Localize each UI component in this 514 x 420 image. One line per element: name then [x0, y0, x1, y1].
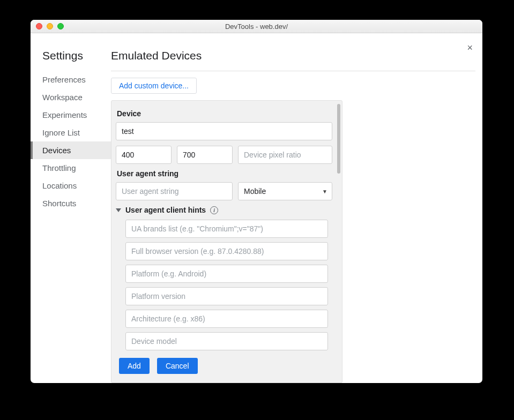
disclosure-triangle-icon[interactable] — [116, 208, 121, 212]
chevron-down-icon: ▼ — [322, 189, 327, 194]
divider — [111, 71, 475, 71]
device-width-input[interactable] — [116, 146, 172, 164]
devtools-window: DevTools - web.dev/ × Settings Preferenc… — [31, 20, 482, 383]
platform-input[interactable] — [125, 265, 328, 283]
architecture-input[interactable] — [125, 310, 328, 328]
device-height-input[interactable] — [177, 146, 233, 164]
client-hints-header: User agent client hints i — [116, 206, 342, 214]
settings-main: Emulated Devices Add custom device... De… — [111, 33, 482, 383]
device-dpr-input[interactable] — [238, 146, 332, 164]
device-name-input[interactable] — [116, 122, 332, 140]
add-custom-device-button[interactable]: Add custom device... — [111, 78, 197, 94]
sidebar-item-locations[interactable]: Locations — [31, 177, 111, 194]
ua-type-select[interactable]: Mobile ▼ — [238, 182, 332, 200]
sidebar-item-preferences[interactable]: Preferences — [31, 71, 111, 88]
user-agent-input[interactable] — [116, 182, 233, 200]
sidebar-item-devices[interactable]: Devices — [31, 141, 111, 159]
settings-content: × Settings Preferences Workspace Experim… — [31, 33, 482, 383]
scrollbar-thumb[interactable] — [337, 104, 340, 174]
client-hints-label: User agent client hints — [125, 206, 206, 214]
settings-sidebar: Settings Preferences Workspace Experimen… — [31, 33, 111, 383]
form-buttons: Add Cancel — [116, 358, 342, 374]
platform-version-input[interactable] — [125, 287, 328, 305]
device-model-input[interactable] — [125, 332, 328, 350]
info-icon[interactable]: i — [210, 206, 218, 214]
add-button[interactable]: Add — [119, 358, 150, 374]
window-title: DevTools - web.dev/ — [31, 22, 482, 31]
sidebar-item-shortcuts[interactable]: Shortcuts — [31, 194, 111, 212]
device-editor-panel: Device User agent string Mobile ▼ — [111, 100, 342, 383]
sidebar-item-workspace[interactable]: Workspace — [31, 88, 111, 106]
full-browser-version-input[interactable] — [125, 242, 328, 260]
client-hints-fields — [116, 220, 342, 350]
close-icon[interactable]: × — [467, 43, 473, 52]
settings-title: Settings — [31, 49, 111, 62]
sidebar-item-experiments[interactable]: Experiments — [31, 106, 111, 124]
cancel-button[interactable]: Cancel — [157, 358, 198, 374]
ua-brands-input[interactable] — [125, 220, 328, 238]
sidebar-item-ignore-list[interactable]: Ignore List — [31, 124, 111, 141]
sidebar-item-throttling[interactable]: Throttling — [31, 159, 111, 177]
ua-type-value: Mobile — [244, 187, 266, 196]
page-title: Emulated Devices — [111, 49, 475, 62]
device-section-label: Device — [116, 109, 342, 118]
ua-section-label: User agent string — [116, 169, 342, 178]
window-titlebar: DevTools - web.dev/ — [31, 20, 482, 33]
panel-scrollbar[interactable] — [337, 104, 340, 379]
